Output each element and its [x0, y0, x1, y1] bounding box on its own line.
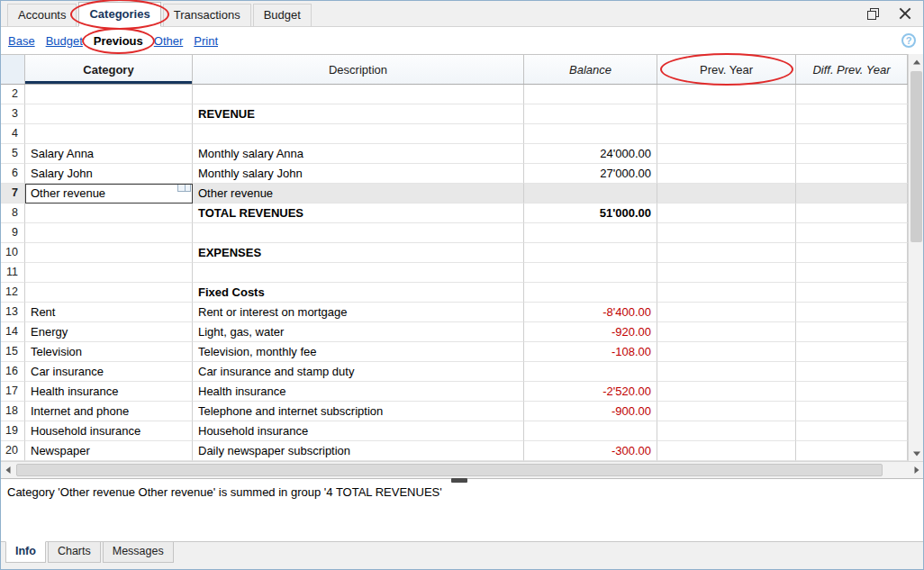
cell-description[interactable]: Other revenue — [193, 184, 524, 204]
cell-balance[interactable]: -8'400.00 — [524, 303, 657, 322]
cell-balance[interactable] — [524, 243, 657, 263]
cell-balance[interactable]: -900.00 — [524, 402, 657, 421]
cell-description[interactable] — [193, 223, 524, 243]
cell-description[interactable]: TOTAL REVENUES — [193, 204, 524, 223]
row-number[interactable]: 5 — [0, 144, 25, 164]
cell-prev-year[interactable] — [657, 223, 796, 243]
cell-diff-prev-year[interactable] — [796, 184, 908, 204]
cell-diff-prev-year[interactable] — [796, 104, 908, 124]
bottom-tab-messages[interactable]: Messages — [103, 542, 174, 563]
cell-description[interactable]: Light, gas, water — [193, 322, 524, 342]
cell-balance[interactable] — [524, 223, 657, 243]
restore-button[interactable] — [863, 5, 883, 23]
cell-diff-prev-year[interactable] — [796, 402, 908, 421]
cell-description[interactable]: Car insurance and stamp duty — [193, 362, 524, 382]
row-number[interactable]: 13 — [0, 303, 25, 322]
cell-category[interactable] — [25, 85, 193, 104]
row-number[interactable]: 10 — [0, 243, 25, 263]
cell-balance[interactable]: 24'000.00 — [524, 144, 657, 164]
cell-diff-prev-year[interactable] — [796, 421, 908, 441]
cell-balance[interactable]: -300.00 — [524, 441, 657, 461]
cell-prev-year[interactable] — [657, 204, 796, 223]
cell-diff-prev-year[interactable] — [796, 164, 908, 184]
row-number[interactable]: 17 — [0, 382, 25, 402]
cell-description[interactable] — [193, 124, 524, 144]
cell-prev-year[interactable] — [657, 104, 796, 124]
cell-description[interactable] — [193, 85, 524, 104]
cell-description[interactable]: Television, monthly fee — [193, 342, 524, 362]
scroll-right-icon[interactable] — [909, 462, 924, 478]
link-base[interactable]: Base — [8, 34, 35, 48]
tab-transactions[interactable]: Transactions — [163, 4, 251, 26]
cell-prev-year[interactable] — [657, 263, 796, 283]
vertical-scrollbar[interactable] — [908, 54, 924, 461]
cell-category[interactable] — [25, 124, 193, 144]
cell-prev-year[interactable] — [657, 402, 796, 421]
row-number[interactable]: 4 — [0, 124, 25, 144]
cell-description[interactable]: REVENUE — [193, 104, 524, 124]
cell-category[interactable] — [25, 263, 193, 283]
cell-description[interactable]: Daily newspaper subscription — [193, 441, 524, 461]
cell-balance[interactable] — [524, 124, 657, 144]
cell-balance[interactable] — [524, 184, 657, 204]
column-header-diff-prev-year[interactable]: Diff. Prev. Year — [796, 55, 908, 84]
cell-category[interactable]: Internet and phone — [25, 402, 193, 421]
cell-category[interactable] — [25, 204, 193, 223]
cell-description[interactable]: EXPENSES — [193, 243, 524, 263]
cell-prev-year[interactable] — [657, 164, 796, 184]
help-button[interactable]: ? — [901, 33, 916, 48]
horizontal-scrollbar[interactable] — [0, 461, 924, 478]
cell-diff-prev-year[interactable] — [796, 124, 908, 144]
category-cell-editor[interactable]: Other revenue — [26, 185, 192, 203]
cell-diff-prev-year[interactable] — [796, 223, 908, 243]
cell-diff-prev-year[interactable] — [796, 322, 908, 342]
cell-category[interactable]: Salary Anna — [25, 144, 193, 164]
cell-prev-year[interactable] — [657, 85, 796, 104]
cell-edit-icon[interactable] — [177, 184, 191, 192]
cell-balance[interactable]: 51'000.00 — [524, 204, 657, 223]
splitter-handle[interactable] — [451, 478, 467, 483]
cell-prev-year[interactable] — [657, 322, 796, 342]
cell-category[interactable]: Rent — [25, 303, 193, 322]
cell-diff-prev-year[interactable] — [796, 342, 908, 362]
row-number[interactable]: 12 — [0, 283, 25, 303]
cell-description[interactable]: Fixed Costs — [193, 283, 524, 303]
row-number[interactable]: 16 — [0, 362, 25, 382]
cell-diff-prev-year[interactable] — [796, 263, 908, 283]
cell-description[interactable]: Monthly salary John — [193, 164, 524, 184]
row-number[interactable]: 6 — [0, 164, 25, 184]
cell-category[interactable]: Car insurance — [25, 362, 193, 382]
cell-balance[interactable]: -2'520.00 — [524, 382, 657, 402]
cell-balance[interactable] — [524, 421, 657, 441]
row-number[interactable]: 20 — [0, 441, 25, 461]
cell-balance[interactable] — [524, 85, 657, 104]
cell-balance[interactable] — [524, 263, 657, 283]
column-header-prev-year[interactable]: Prev. Year — [657, 55, 796, 84]
bottom-tab-info[interactable]: Info — [5, 541, 46, 563]
row-number[interactable]: 7 — [0, 184, 25, 204]
vertical-scroll-thumb[interactable] — [910, 71, 922, 242]
row-number[interactable]: 2 — [0, 85, 25, 104]
link-other[interactable]: Other — [154, 34, 184, 48]
cell-prev-year[interactable] — [657, 124, 796, 144]
cell-diff-prev-year[interactable] — [796, 441, 908, 461]
cell-prev-year[interactable] — [657, 303, 796, 322]
cell-diff-prev-year[interactable] — [796, 85, 908, 104]
cell-balance[interactable]: -108.00 — [524, 342, 657, 362]
cell-diff-prev-year[interactable] — [796, 144, 908, 164]
row-number[interactable]: 8 — [0, 204, 25, 223]
cell-category[interactable]: Health insurance — [25, 382, 193, 402]
cell-diff-prev-year[interactable] — [796, 303, 908, 322]
tab-categories[interactable]: Categories — [78, 2, 160, 27]
cell-description[interactable]: Telephone and internet subscription — [193, 402, 524, 421]
cell-description[interactable] — [193, 263, 524, 283]
cell-diff-prev-year[interactable] — [796, 204, 908, 223]
cell-prev-year[interactable] — [657, 184, 796, 204]
link-budget[interactable]: Budget — [46, 34, 83, 48]
cell-prev-year[interactable] — [657, 342, 796, 362]
row-number[interactable]: 18 — [0, 402, 25, 421]
cell-diff-prev-year[interactable] — [796, 283, 908, 303]
column-header-category[interactable]: Category — [25, 55, 193, 84]
cell-category[interactable] — [25, 243, 193, 263]
scroll-up-icon[interactable] — [909, 54, 924, 69]
